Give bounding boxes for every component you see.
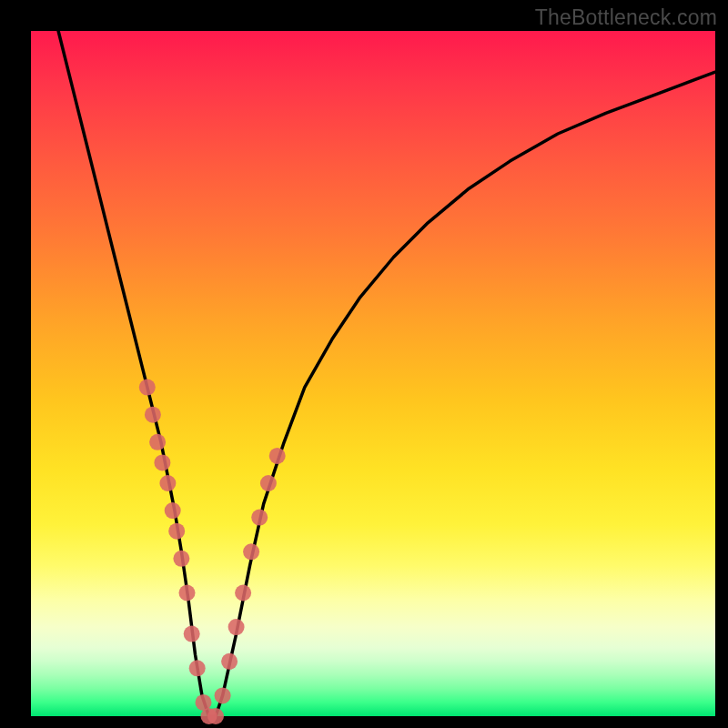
marker-dot bbox=[189, 660, 206, 676]
attribution-label: TheBottleneck.com bbox=[535, 5, 717, 30]
chart-svg bbox=[31, 31, 715, 716]
marker-dot bbox=[149, 434, 166, 450]
marker-dot bbox=[243, 543, 259, 560]
marker-dot bbox=[207, 708, 224, 724]
marker-dot bbox=[154, 454, 170, 470]
marker-dots-group bbox=[139, 379, 286, 724]
marker-dot bbox=[260, 475, 277, 491]
marker-dot bbox=[168, 523, 185, 540]
marker-dot bbox=[139, 379, 156, 396]
marker-dot bbox=[165, 502, 181, 519]
marker-dot bbox=[215, 687, 231, 703]
chart-frame: TheBottleneck.com bbox=[0, 0, 728, 728]
marker-dot bbox=[269, 448, 286, 464]
marker-dot bbox=[228, 619, 245, 635]
marker-dot bbox=[179, 585, 196, 602]
marker-dot bbox=[235, 585, 251, 602]
marker-dot bbox=[145, 407, 161, 423]
marker-dot bbox=[221, 653, 238, 670]
bottleneck-curve bbox=[58, 31, 715, 716]
marker-dot bbox=[173, 551, 189, 567]
marker-dot bbox=[159, 475, 176, 491]
marker-dot bbox=[251, 510, 268, 526]
chart-plot-area bbox=[31, 31, 715, 716]
marker-dot bbox=[184, 626, 200, 642]
